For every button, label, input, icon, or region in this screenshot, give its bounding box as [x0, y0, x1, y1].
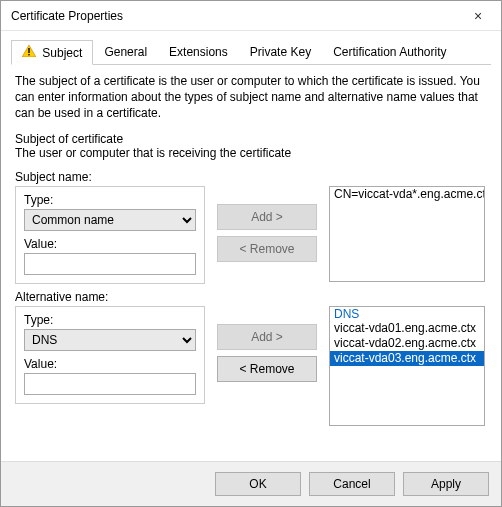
alt-name-fieldset: Type: DNS Value:: [15, 306, 205, 404]
tab-extensions[interactable]: Extensions: [158, 40, 239, 65]
cancel-button[interactable]: Cancel: [309, 472, 395, 496]
subject-name-fieldset: Type: Common name Value:: [15, 186, 205, 284]
subject-button-column: Add > < Remove: [217, 186, 317, 262]
tab-private-key[interactable]: Private Key: [239, 40, 322, 65]
description-text: The subject of a certificate is the user…: [15, 73, 487, 122]
alt-value-input[interactable]: [24, 373, 196, 395]
titlebar: Certificate Properties ×: [1, 1, 501, 31]
list-item[interactable]: viccat-vda03.eng.acme.ctx: [330, 351, 484, 366]
window-controls: ×: [455, 1, 501, 30]
alt-type-select[interactable]: DNS: [24, 329, 196, 351]
ok-button[interactable]: OK: [215, 472, 301, 496]
alt-list[interactable]: DNS viccat-vda01.eng.acme.ctx viccat-vda…: [329, 306, 485, 426]
tab-label: Private Key: [250, 45, 311, 59]
subject-type-select[interactable]: Common name: [24, 209, 196, 231]
alt-button-column: Add > < Remove: [217, 306, 317, 382]
subject-list[interactable]: CN=viccat-vda*.eng.acme.ctx: [329, 186, 485, 282]
tab-general[interactable]: General: [93, 40, 158, 65]
subject-add-button[interactable]: Add >: [217, 204, 317, 230]
list-item[interactable]: CN=viccat-vda*.eng.acme.ctx: [330, 187, 484, 202]
tab-label: Extensions: [169, 45, 228, 59]
alt-list-header: DNS: [330, 307, 484, 321]
svg-rect-1: [28, 48, 29, 53]
type-label: Type:: [24, 313, 196, 327]
value-label: Value:: [24, 357, 196, 371]
tab-content: The subject of a certificate is the user…: [1, 65, 501, 461]
tab-strip: Subject General Extensions Private Key C…: [11, 39, 491, 65]
close-icon: ×: [474, 8, 482, 24]
alt-add-button[interactable]: Add >: [217, 324, 317, 350]
tab-ca[interactable]: Certification Authority: [322, 40, 457, 65]
subject-name-label: Subject name:: [15, 170, 487, 184]
dialog-footer: OK Cancel Apply: [1, 461, 501, 506]
close-button[interactable]: ×: [455, 1, 501, 30]
tab-label: General: [104, 45, 147, 59]
alt-name-row: Type: DNS Value: Add > < Remove DNS vicc…: [15, 306, 487, 426]
section-subtext: The user or computer that is receiving t…: [15, 146, 487, 160]
alt-name-label: Alternative name:: [15, 290, 487, 304]
section-heading: Subject of certificate: [15, 132, 487, 146]
svg-rect-2: [28, 54, 29, 55]
window-title: Certificate Properties: [11, 9, 123, 23]
list-item[interactable]: viccat-vda01.eng.acme.ctx: [330, 321, 484, 336]
tab-subject[interactable]: Subject: [11, 40, 93, 65]
subject-name-row: Type: Common name Value: Add > < Remove …: [15, 186, 487, 284]
subject-value-input[interactable]: [24, 253, 196, 275]
tab-label: Subject: [42, 46, 82, 60]
value-label: Value:: [24, 237, 196, 251]
subject-remove-button[interactable]: < Remove: [217, 236, 317, 262]
alt-remove-button[interactable]: < Remove: [217, 356, 317, 382]
tab-label: Certification Authority: [333, 45, 446, 59]
list-item[interactable]: viccat-vda02.eng.acme.ctx: [330, 336, 484, 351]
type-label: Type:: [24, 193, 196, 207]
apply-button[interactable]: Apply: [403, 472, 489, 496]
warning-icon: [22, 45, 36, 57]
